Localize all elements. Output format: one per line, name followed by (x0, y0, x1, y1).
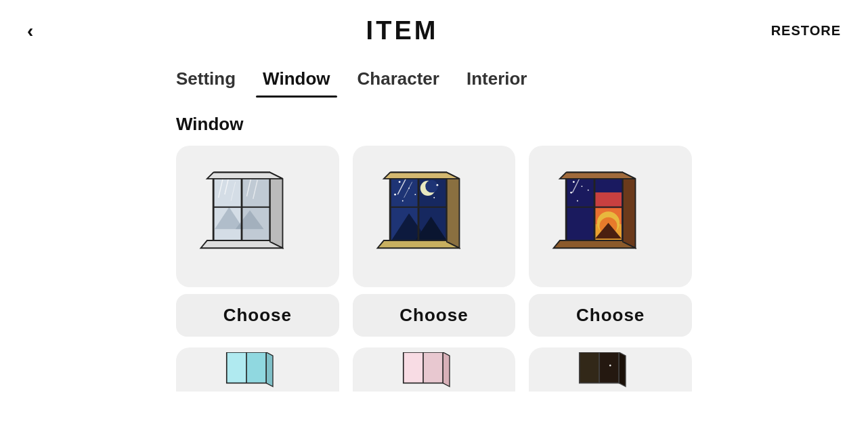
svg-point-27 (433, 197, 435, 198)
tab-interior[interactable]: Interior (453, 63, 541, 98)
svg-rect-67 (404, 353, 422, 382)
card-1: Choose (176, 146, 339, 337)
svg-marker-14 (270, 173, 283, 249)
bottom-card-1 (176, 347, 339, 392)
svg-rect-73 (580, 353, 599, 382)
svg-point-26 (436, 184, 438, 186)
svg-marker-15 (207, 173, 283, 179)
card-1-image (176, 146, 339, 287)
card-2-image (353, 146, 516, 287)
bottom-cards-grid (0, 337, 868, 392)
svg-rect-42 (595, 192, 622, 208)
page-title: ITEM (366, 16, 439, 45)
svg-point-20 (425, 180, 438, 193)
svg-marker-65 (266, 352, 273, 387)
section-label: Window (0, 98, 868, 146)
svg-marker-78 (620, 352, 626, 387)
svg-point-25 (402, 200, 404, 201)
svg-rect-74 (600, 353, 618, 382)
card-3-image (529, 146, 692, 287)
tab-setting[interactable]: Setting (162, 63, 249, 98)
svg-point-24 (414, 194, 416, 195)
tab-character[interactable]: Character (344, 63, 453, 98)
svg-marker-36 (447, 173, 460, 249)
svg-rect-61 (227, 353, 246, 382)
svg-point-47 (573, 181, 575, 183)
svg-point-50 (588, 190, 589, 191)
svg-rect-68 (423, 353, 441, 382)
tab-window[interactable]: Window (249, 63, 343, 98)
back-button[interactable]: ‹ (27, 22, 33, 41)
svg-point-49 (571, 192, 573, 194)
bottom-card-3 (529, 347, 692, 392)
svg-marker-58 (623, 173, 636, 249)
choose-button-1[interactable]: Choose (176, 294, 339, 337)
svg-point-23 (394, 194, 396, 196)
card-3: Choose (529, 146, 692, 337)
svg-rect-62 (247, 353, 265, 382)
svg-marker-37 (384, 173, 460, 179)
restore-button[interactable]: RESTORE (771, 23, 841, 39)
svg-point-51 (577, 200, 578, 201)
choose-button-3[interactable]: Choose (529, 294, 692, 337)
bottom-card-2 (353, 347, 516, 392)
cards-grid: Choose (0, 146, 868, 337)
svg-marker-71 (443, 352, 450, 387)
tabs-container: Setting Window Character Interior (0, 63, 868, 98)
svg-marker-59 (560, 173, 636, 179)
choose-button-2[interactable]: Choose (353, 294, 516, 337)
svg-point-48 (582, 186, 583, 187)
header: ‹ ITEM RESTORE (0, 0, 868, 56)
svg-point-21 (398, 181, 400, 183)
card-2: Choose (353, 146, 516, 337)
svg-point-75 (609, 364, 611, 366)
